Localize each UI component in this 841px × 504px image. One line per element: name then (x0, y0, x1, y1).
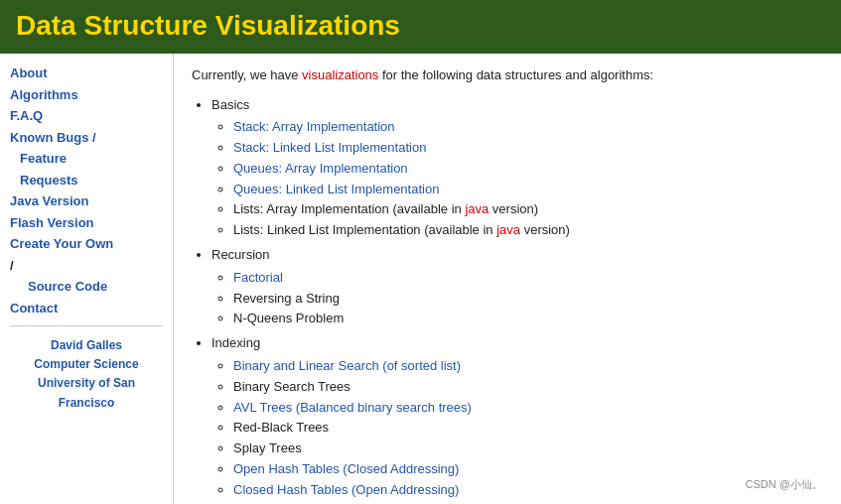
basics-items: Stack: Array Implementation Stack: Linke… (233, 117, 823, 241)
list-item: Binary Search Trees (233, 377, 823, 398)
list-item: Factorial (233, 268, 823, 289)
link-stack-linked[interactable]: Stack: Linked List Implementation (233, 140, 426, 155)
footer-univ1: University of San (10, 374, 163, 393)
nqueens-text: N-Queens Problem (233, 311, 344, 325)
sidebar-item-flash-version[interactable]: Flash Version (10, 213, 163, 233)
intro-text: Currently, we have visualizations for th… (192, 65, 823, 85)
section-recursion-title: Recursion (211, 247, 270, 262)
list-item: Lists: Linked List Implementation (avail… (233, 220, 823, 241)
sidebar-item-algorithms[interactable]: Algorithms (10, 85, 163, 105)
main-content: Currently, we have visualizations for th… (174, 54, 841, 504)
link-binary-search[interactable]: Binary and Linear Search (of sorted list… (233, 358, 461, 373)
link-stack-array[interactable]: Stack: Array Implementation (233, 119, 395, 134)
link-queues-array[interactable]: Queues: Array Implementation (233, 161, 408, 176)
sidebar-item-feature[interactable]: Feature (10, 149, 163, 169)
section-indexing-title: Indexing (211, 335, 260, 350)
footer-univ2: Francisco (10, 394, 163, 413)
sidebar-footer: David Galles Computer Science University… (10, 336, 163, 413)
java-text: java (465, 201, 489, 216)
java-text2: java (496, 222, 520, 237)
list-item: Closed Hash Tables (Open Addressing) (233, 480, 823, 501)
list-item: Lists: Array Implementation (available i… (233, 199, 823, 220)
list-item: Binary and Linear Search (of sorted list… (233, 356, 823, 377)
section-list: Basics Stack: Array Implementation Stack… (211, 95, 823, 505)
reversing-text: Reversing a String (233, 291, 340, 306)
rbt-text: Red-Black Trees (233, 420, 329, 435)
sidebar-item-contact[interactable]: Contact (10, 299, 163, 318)
sidebar-item-about[interactable]: About (10, 63, 163, 83)
link-factorial[interactable]: Factorial (233, 270, 283, 285)
list-item: Closed Hash Tables, using buckets (233, 501, 823, 504)
sidebar-nav: About Algorithms F.A.Q Known Bugs / Feat… (10, 63, 163, 317)
link-closed-hash-open[interactable]: Closed Hash Tables (Open Addressing) (233, 482, 459, 497)
link-queues-linked[interactable]: Queues: Linked List Implementation (233, 182, 439, 196)
sidebar-divider (10, 325, 163, 326)
list-item: N-Queens Problem (233, 309, 823, 329)
sidebar-item-java-version[interactable]: Java Version (10, 191, 163, 211)
header: Data Structure Visualizations (0, 0, 841, 54)
section-indexing: Indexing Binary and Linear Search (of so… (211, 333, 823, 504)
layout: About Algorithms F.A.Q Known Bugs / Feat… (0, 54, 841, 504)
watermark: CSDN @小仙。 (746, 477, 823, 492)
intro-highlight: visualizations (302, 67, 378, 82)
page-title: Data Structure Visualizations (16, 10, 825, 42)
list-item: Reversing a String (233, 289, 823, 310)
sidebar: About Algorithms F.A.Q Known Bugs / Feat… (0, 54, 174, 504)
footer-dept: Computer Science (10, 355, 163, 374)
splay-text: Splay Trees (233, 441, 302, 455)
sidebar-item-create-own[interactable]: Create Your Own (10, 234, 163, 254)
list-item: Open Hash Tables (Closed Addressing) (233, 459, 823, 480)
section-basics-title: Basics (211, 97, 249, 112)
sidebar-item-faq[interactable]: F.A.Q (10, 106, 163, 126)
list-item: Splay Trees (233, 439, 823, 459)
lists-linked-text: Lists: Linked List Implementation (avail… (233, 222, 570, 237)
sidebar-item-separator: / (10, 256, 163, 276)
link-avl-trees[interactable]: AVL Trees (Balanced binary search trees) (233, 400, 472, 415)
list-item: Stack: Array Implementation (233, 117, 823, 138)
link-open-hash[interactable]: Open Hash Tables (Closed Addressing) (233, 461, 459, 476)
section-basics: Basics Stack: Array Implementation Stack… (211, 95, 823, 242)
bst-text: Binary Search Trees (233, 379, 350, 394)
sidebar-item-requests[interactable]: Requests (10, 171, 163, 190)
indexing-items: Binary and Linear Search (of sorted list… (233, 356, 823, 504)
list-item: AVL Trees (Balanced binary search trees) (233, 398, 823, 419)
sidebar-item-known-bugs[interactable]: Known Bugs / (10, 128, 163, 148)
list-item: Queues: Linked List Implementation (233, 180, 823, 200)
sidebar-item-source-code[interactable]: Source Code (10, 277, 163, 297)
footer-name: David Galles (10, 336, 163, 355)
list-item: Red-Black Trees (233, 418, 823, 439)
list-item: Queues: Array Implementation (233, 159, 823, 180)
lists-array-text: Lists: Array Implementation (available i… (233, 201, 538, 216)
list-item: Stack: Linked List Implementation (233, 138, 823, 159)
section-recursion: Recursion Factorial Reversing a String N… (211, 245, 823, 329)
recursion-items: Factorial Reversing a String N-Queens Pr… (233, 268, 823, 329)
